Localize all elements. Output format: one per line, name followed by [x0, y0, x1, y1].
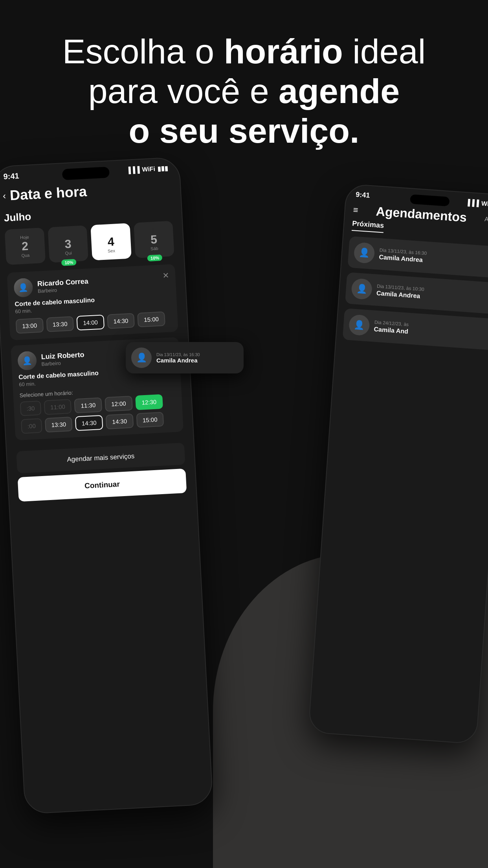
booking-avatar-1: 👤	[351, 278, 373, 300]
date-num-1: 3	[64, 238, 72, 250]
avatar-img-2: 👤	[17, 351, 37, 370]
hero-line3: o seu serviço.	[129, 111, 360, 150]
booking-info-1: Dia 13/11/23, às 10:30 Camila Andrea	[376, 283, 424, 300]
barber-info-1: 👤 Ricardo Correa Barbeiro	[13, 275, 89, 298]
date-cell-3[interactable]: 5 Sáb 10%	[134, 221, 174, 258]
floating-avatar: 👤	[131, 348, 152, 368]
tab-proximas[interactable]: Próximas	[352, 219, 384, 233]
anterior-link[interactable]: Anterio	[484, 215, 488, 224]
date-cell-0[interactable]: Hoje 2 Qua	[5, 228, 46, 265]
time-slot-1330b[interactable]: 13:30	[45, 417, 73, 433]
wifi-icon-right: WiFi	[481, 200, 488, 208]
discount-badge-3: 10%	[147, 254, 163, 261]
discount-badge-1: 10%	[61, 259, 77, 266]
time-slot-1300[interactable]: 13:00	[16, 318, 44, 334]
status-time-right: 9:41	[356, 190, 370, 199]
back-header: ‹ Data e hora	[2, 179, 171, 204]
barber-text-2: Luiz Roberto Barbeiro	[41, 351, 85, 367]
date-num-3: 5	[150, 234, 158, 246]
date-cell-2[interactable]: 4 Sex	[90, 223, 131, 260]
booking-item-2[interactable]: 👤 Dia 24/12/23, às Camila And	[343, 308, 488, 350]
time-slot-1400b[interactable]: 14:30	[75, 415, 103, 431]
hero-section: Escolha o horário ideal para você e agen…	[0, 31, 488, 151]
time-slot-1330[interactable]: 13:30	[46, 316, 74, 332]
time-slot-1130[interactable]: 11:30	[74, 397, 102, 414]
time-slot-1100[interactable]: 11:00	[44, 399, 72, 415]
avatar-img-1: 👤	[13, 278, 33, 298]
time-slot-1230[interactable]: 12:30	[135, 394, 163, 410]
phone-right: 9:41 ▐▐▐ WiFi ▮▮ ≡ Agendamentos Anterio …	[308, 184, 488, 745]
barber-avatar-2: 👤	[17, 351, 37, 370]
wifi-icon: WiFi	[142, 165, 156, 173]
date-day-1: Qui	[65, 250, 72, 256]
floating-card-date: Dia 13/11/23, às 16:30	[156, 352, 200, 357]
date-row: Hoje 2 Qua 3 Qui 10% 4 Sex 5	[5, 221, 174, 265]
add-more-button[interactable]: Agendar mais serviços	[16, 443, 185, 473]
floating-card-name: Camila Andrea	[156, 357, 200, 364]
time-slot-1200[interactable]: 12:00	[105, 396, 132, 412]
time-slot-000[interactable]: :00	[21, 418, 42, 434]
close-btn-1[interactable]: ✕	[162, 270, 169, 280]
barber-card-1: 👤 Ricardo Correa Barbeiro ✕ Corte de cab…	[7, 264, 178, 340]
status-time-left: 9:41	[3, 171, 19, 181]
date-num-0: 2	[22, 240, 29, 252]
hero-line2: para você e agende	[88, 72, 400, 110]
booking-avatar-2: 👤	[349, 314, 371, 336]
time-slot-1430b[interactable]: 14:30	[106, 414, 134, 430]
booking-list: 👤 Dia 13/11/23, às 16:30 Camila Andrea 👤…	[336, 236, 488, 351]
time-slot-1430[interactable]: 14:30	[107, 313, 135, 329]
back-arrow-icon[interactable]: ‹	[2, 190, 6, 201]
screen-title: Data e hora	[9, 183, 87, 204]
phone-left: 9:41 ▐▐▐ WiFi ▮▮▮ ‹ Data e hora Julho Ho…	[0, 157, 213, 815]
barber-text-1: Ricardo Correa Barbeiro	[37, 277, 89, 294]
hamburger-icon[interactable]: ≡	[353, 205, 359, 215]
signal-icon: ▐▐▐	[126, 166, 140, 174]
date-sub-0: Hoje	[20, 235, 29, 240]
booking-avatar-0: 👤	[353, 242, 375, 264]
barber-avatar-1: 👤	[13, 278, 33, 298]
time-slot-1500[interactable]: 15:00	[137, 311, 165, 327]
booking-info-2: Dia 24/12/23, às Camila And	[374, 320, 409, 335]
floating-card: 👤 Dia 13/11/23, às 16:30 Camila Andrea	[126, 342, 244, 373]
month-label: Julho	[4, 203, 172, 224]
hero-line1: Escolha o horário ideal	[62, 32, 426, 71]
continue-button[interactable]: Continuar	[18, 469, 187, 502]
booking-item-1[interactable]: 👤 Dia 13/11/23, às 10:30 Camila Andrea	[345, 272, 488, 314]
phones-area: 9:41 ▐▐▐ WiFi ▮▮▮ ‹ Data e hora Julho Ho…	[0, 149, 488, 868]
date-num-2: 4	[107, 236, 114, 248]
date-day-2: Sex	[108, 248, 116, 253]
booking-info-0: Dia 13/11/23, às 16:30 Camila Andrea	[379, 247, 427, 264]
floating-info: Dia 13/11/23, às 16:30 Camila Andrea	[156, 352, 200, 364]
time-slot-1500b[interactable]: 15:00	[136, 412, 164, 428]
date-cell-1[interactable]: 3 Qui 10%	[48, 225, 88, 263]
date-day-0: Qua	[21, 253, 29, 258]
booking-item-0[interactable]: 👤 Dia 13/11/23, às 16:30 Camila Andrea	[347, 236, 488, 278]
time-slots-1: 13:00 13:30 14:00 14:30 15:00	[16, 311, 172, 334]
time-slot-1400[interactable]: 14:00	[76, 314, 104, 331]
signal-icon-right: ▐▐▐	[465, 199, 479, 207]
phone-content-left: ‹ Data e hora Julho Hoje 2 Qua 3 Qui 10%	[0, 172, 196, 502]
battery-icon: ▮▮▮	[158, 164, 169, 172]
barber-info-2: 👤 Luiz Roberto Barbeiro	[17, 348, 85, 371]
booking-name-2: Camila And	[374, 326, 408, 335]
time-slot-030[interactable]: :30	[20, 401, 42, 416]
date-day-3: Sáb	[150, 246, 158, 251]
